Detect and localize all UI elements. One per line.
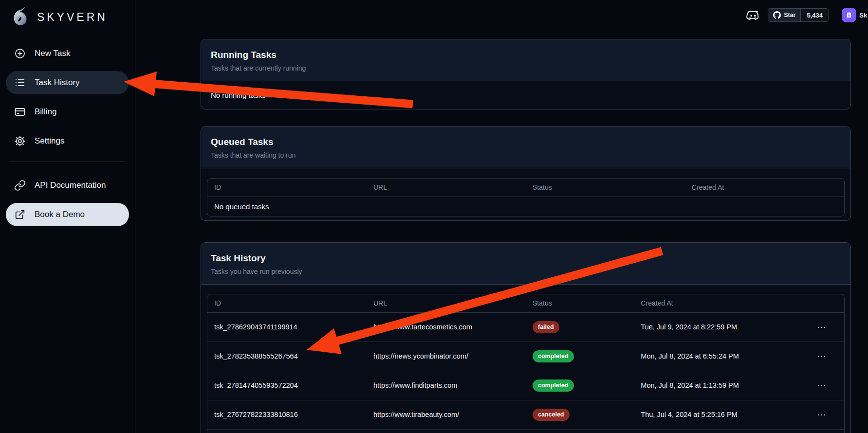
discord-icon[interactable] (745, 8, 761, 22)
task-id-cell: tsk_278147405593572204 (207, 371, 367, 400)
column-header-created-at: Created At (685, 179, 844, 197)
sidebar-secondary-nav: API Documentation Book a Demo (6, 174, 129, 226)
plus-circle-icon (14, 48, 26, 59)
sidebar-item-label: Book a Demo (35, 210, 85, 219)
skyvern-app: SKYVERN New Task Task History (0, 0, 868, 433)
task-url-cell: https://www.tirabeauty.com/ (367, 400, 526, 429)
task-url-cell: https://www.finditparts.com (367, 371, 526, 400)
task-history-header: Task History Tasks you have run previous… (201, 243, 850, 285)
task-id-cell: tsk_274180139292204058 (207, 429, 367, 433)
card-subtitle: Tasks that are currently running (211, 64, 841, 72)
github-star-count[interactable]: 5,434 (800, 9, 829, 21)
task-history-table: ID URL Status Created At tsk_27862904374… (207, 294, 845, 433)
task-url-cell: https://news.ycombinator.com/ (367, 342, 526, 371)
task-created-cell: Tue, Jul 9, 2024 at 8:22:59 PM (634, 313, 799, 342)
row-actions-button[interactable]: ⋯ (814, 379, 830, 392)
card-subtitle: Tasks you have run previously (211, 268, 841, 276)
status-badge: completed (533, 379, 574, 392)
brand-name: SKYVERN (37, 11, 108, 24)
task-id-cell: tsk_278235388555267564 (207, 342, 367, 371)
running-tasks-card: Running Tasks Tasks that are currently r… (201, 39, 851, 109)
status-badge: canceled (533, 409, 570, 421)
sidebar-item-api-documentation[interactable]: API Documentation (6, 174, 129, 197)
card-title: Running Tasks (211, 49, 841, 60)
link-icon (14, 180, 26, 191)
task-id-cell: tsk_278629043741199914 (207, 313, 367, 342)
queued-tasks-card: Queued Tasks Tasks that are waiting to r… (201, 126, 851, 221)
sidebar-item-task-history[interactable]: Task History (6, 71, 129, 94)
column-header-id: ID (207, 179, 367, 197)
card-title: Queued Tasks (211, 136, 841, 147)
column-header-created-at: Created At (634, 294, 799, 313)
github-star-button[interactable]: Star 5,434 (768, 8, 829, 22)
column-header-url: URL (367, 179, 526, 197)
running-tasks-empty-text: No running tasks (201, 81, 850, 109)
table-row[interactable]: tsk_276727822333810816 https://www.tirab… (207, 400, 844, 429)
external-link-icon (14, 209, 26, 220)
column-header-status: Status (526, 294, 634, 313)
row-actions-button[interactable]: ⋯ (814, 409, 830, 421)
sidebar: SKYVERN New Task Task History (0, 0, 135, 433)
github-octocat-icon (773, 11, 781, 19)
gear-icon (14, 135, 26, 147)
task-id-cell: tsk_276727822333810816 (207, 400, 367, 429)
column-header-id: ID (207, 294, 367, 313)
status-badge: failed (533, 321, 559, 333)
credit-card-icon (14, 106, 26, 118)
user-name[interactable]: Sk (859, 12, 868, 19)
sidebar-item-label: API Documentation (35, 180, 106, 190)
sidebar-item-book-a-demo[interactable]: Book a Demo (6, 203, 129, 226)
task-url-cell: https://www.geico.com (367, 429, 526, 433)
sidebar-item-settings[interactable]: Settings (6, 129, 129, 153)
sidebar-item-label: Billing (35, 107, 56, 117)
list-icon (14, 77, 26, 89)
sidebar-nav: New Task Task History Billing (6, 42, 129, 153)
task-created-cell: Thu, Jun 27, 2024 at 8:38:58 PM (634, 429, 799, 433)
table-row[interactable]: tsk_274180139292204058 https://www.geico… (207, 429, 844, 433)
skyvern-dragon-logo-icon (8, 5, 33, 29)
building-icon (845, 11, 853, 19)
queued-tasks-table: ID URL Status Created At No queued tasks (207, 178, 845, 216)
queued-tasks-empty-text: No queued tasks (207, 197, 844, 216)
table-row[interactable]: tsk_278235388555267564 https://news.ycom… (207, 342, 844, 371)
queued-tasks-header: Queued Tasks Tasks that are waiting to r… (201, 126, 850, 168)
row-actions-button[interactable]: ⋯ (814, 350, 830, 362)
table-row[interactable]: tsk_278147405593572204 https://www.findi… (207, 371, 844, 400)
running-tasks-header: Running Tasks Tasks that are currently r… (201, 39, 850, 81)
sidebar-item-new-task[interactable]: New Task (6, 42, 129, 65)
task-history-card: Task History Tasks you have run previous… (201, 242, 851, 433)
sidebar-item-label: New Task (35, 49, 70, 58)
column-header-status: Status (526, 179, 685, 197)
user-avatar[interactable] (842, 8, 856, 22)
sidebar-item-label: Task History (35, 78, 80, 88)
sidebar-divider (9, 162, 126, 162)
github-star-label: Star (784, 12, 795, 18)
task-created-cell: Thu, Jul 4, 2024 at 5:25:16 PM (634, 400, 799, 429)
column-header-actions (799, 294, 844, 313)
main-content: Running Tasks Tasks that are currently r… (135, 39, 868, 433)
sidebar-item-label: Settings (35, 136, 64, 146)
card-title: Task History (211, 253, 841, 264)
sidebar-item-billing[interactable]: Billing (6, 100, 129, 124)
topbar: Star 5,434 Sk (745, 0, 868, 30)
logo[interactable]: SKYVERN (6, 4, 129, 30)
card-subtitle: Tasks that are waiting to run (211, 151, 841, 160)
task-created-cell: Mon, Jul 8, 2024 at 1:13:59 PM (634, 371, 799, 400)
row-actions-button[interactable]: ⋯ (814, 321, 830, 333)
task-url-cell: https://www.tartecosmetics.com (367, 313, 526, 342)
github-star-segment[interactable]: Star (768, 9, 800, 21)
table-row[interactable]: tsk_278629043741199914 https://www.tarte… (207, 313, 844, 342)
status-badge: completed (533, 350, 574, 362)
column-header-url: URL (367, 294, 526, 313)
task-created-cell: Mon, Jul 8, 2024 at 6:55:24 PM (634, 342, 799, 371)
